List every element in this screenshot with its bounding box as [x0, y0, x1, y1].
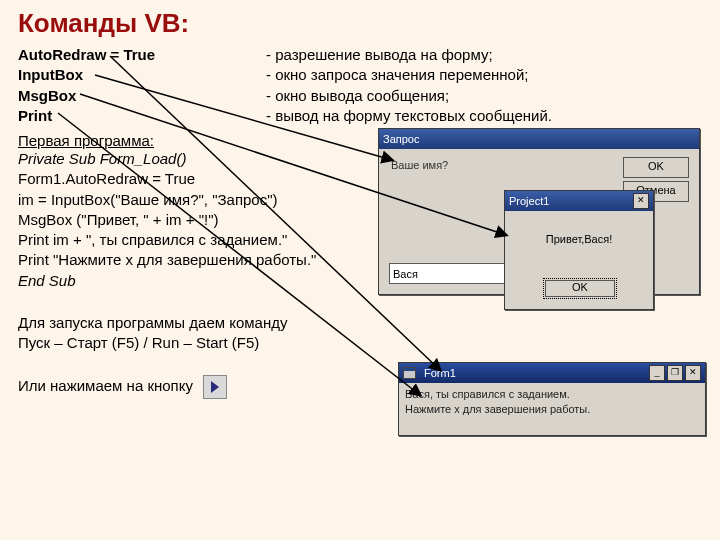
msgbox-title: Project1: [509, 195, 549, 207]
form-output-line: Вася, ты справился с заданием.: [405, 387, 699, 402]
cmd-desc-msgbox: - окно вывода сообщения;: [266, 86, 702, 106]
inputbox-label: Ваше имя?: [391, 159, 448, 171]
play-icon: [203, 375, 227, 399]
cmd-desc-print: - вывод на форму текстовых сообщений.: [266, 106, 702, 126]
cmd-inputbox: InputBox: [18, 65, 258, 85]
form-title: Form1: [424, 367, 456, 379]
msgbox-text: Привет,Вася!: [505, 233, 653, 245]
msgbox-titlebar: Project1 ✕: [505, 191, 653, 211]
commands-block: AutoRedraw = True InputBox MsgBox Print …: [18, 45, 702, 126]
restore-icon[interactable]: ❐: [667, 365, 683, 381]
run-line1: Для запуска программы даем команду: [18, 313, 702, 333]
form-titlebar: Form1 _ ❐ ✕: [399, 363, 705, 383]
cmd-autoredraw: AutoRedraw = True: [18, 45, 258, 65]
msgbox-close-icon[interactable]: ✕: [633, 193, 649, 209]
inputbox-titlebar: Запрос: [379, 129, 699, 149]
form-icon: [403, 367, 416, 379]
cmd-print: Print: [18, 106, 258, 126]
inputbox-title: Запрос: [383, 133, 419, 145]
close-icon[interactable]: ✕: [685, 365, 701, 381]
msgbox-ok-button[interactable]: OK: [543, 278, 617, 299]
inputbox-ok-button[interactable]: OK: [623, 157, 689, 178]
cmd-desc-autoredraw: - разрешение вывода на форму;: [266, 45, 702, 65]
run-instructions: Для запуска программы даем команду Пуск …: [18, 313, 702, 354]
cmd-desc-inputbox: - окно запроса значения переменной;: [266, 65, 702, 85]
page-title: Команды VB:: [18, 8, 702, 39]
form-output: Вася, ты справился с заданием. Нажмите x…: [399, 383, 705, 421]
minimize-icon[interactable]: _: [649, 365, 665, 381]
run-line2: Пуск – Старт (F5) / Run – Start (F5): [18, 333, 702, 353]
msgbox-window: Project1 ✕ Привет,Вася! OK: [504, 190, 654, 310]
cmd-msgbox: MsgBox: [18, 86, 258, 106]
form-window: Form1 _ ❐ ✕ Вася, ты справился с задание…: [398, 362, 706, 436]
form-output-line: Нажмите x для завершения работы.: [405, 402, 699, 417]
or-press-text: Или нажимаем на кнопку: [18, 377, 193, 394]
